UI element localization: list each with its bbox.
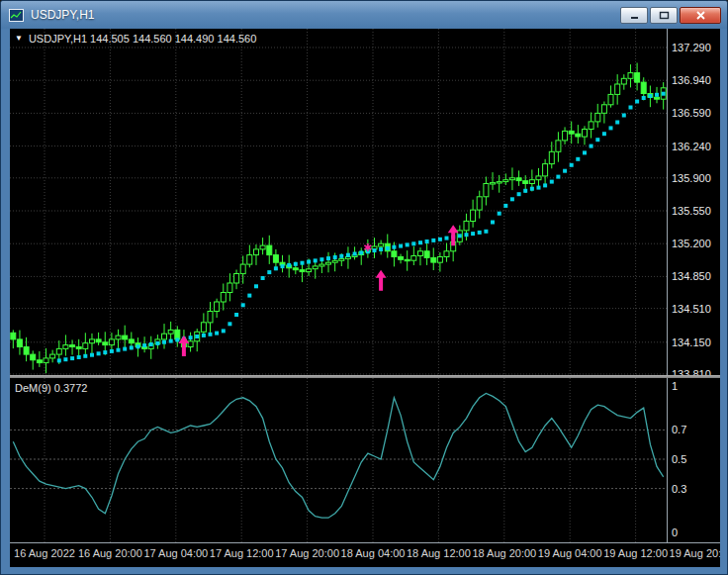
indicator-axis-label: 1 (672, 380, 678, 392)
time-axis-label: 18 Aug 20:00 (472, 547, 536, 559)
time-axis-label: 17 Aug 20:00 (275, 547, 339, 559)
price-axis-label: 135.550 (672, 205, 711, 217)
ohlc-label: USDJPY,H1 144.505 144.560 144.490 144.56… (29, 33, 256, 45)
indicator-axis-label: 0.7 (672, 424, 686, 435)
maximize-icon (659, 11, 670, 20)
price-axis-label: 136.590 (672, 107, 711, 119)
time-axis-label: 16 Aug 2022 (14, 547, 75, 559)
window-controls (620, 7, 721, 24)
time-axis[interactable]: 16 Aug 202216 Aug 20:0017 Aug 04:0017 Au… (10, 542, 720, 567)
price-axis-label: 133.810 (672, 368, 711, 375)
window-title: USDJPY,H1 (31, 8, 94, 22)
demarker-plot (10, 378, 667, 542)
time-axis-label: 17 Aug 12:00 (210, 547, 274, 559)
maximize-button[interactable] (650, 7, 678, 24)
chart-window-icon (9, 8, 25, 22)
minimize-button[interactable] (620, 7, 648, 24)
chart-grid: ▼ USDJPY,H1 144.505 144.560 144.490 144.… (10, 29, 720, 567)
title-bar[interactable]: USDJPY,H1 (1, 1, 727, 29)
close-icon (695, 11, 706, 20)
price-axis-label: 135.900 (672, 172, 711, 184)
indicator-header-overlay: DeM(9) 0.3772 (15, 382, 87, 394)
price-axis-label: 137.290 (672, 42, 711, 53)
time-axis-label: 19 Aug 04:00 (538, 547, 602, 559)
indicator-axis-label: 0 (672, 527, 678, 538)
price-axis-label: 134.850 (672, 270, 711, 282)
indicator-axis-label: 0.3 (672, 483, 686, 495)
close-button[interactable] (680, 7, 721, 24)
price-chart-pane[interactable]: ▼ USDJPY,H1 144.505 144.560 144.490 144.… (10, 29, 667, 375)
candlestick-plot (10, 29, 667, 375)
price-axis-label: 134.510 (672, 303, 711, 315)
price-axis-label: 136.240 (672, 141, 711, 152)
mt4-chart-window: USDJPY,H1 ▼ USDJPY,H1 144.505 144.560 14… (0, 0, 728, 575)
symbol-dropdown-toggle[interactable]: ▼ (15, 35, 23, 43)
price-axis-label: 136.940 (672, 74, 711, 86)
indicator-axis-label: 0.5 (672, 453, 686, 465)
chart-client-area: ▼ USDJPY,H1 144.505 144.560 144.490 144.… (10, 29, 718, 567)
demarker-indicator-pane[interactable]: DeM(9) 0.3772 (10, 378, 667, 542)
price-axis-label: 135.200 (672, 238, 711, 249)
time-axis-label: 19 Aug 12:00 (603, 547, 668, 559)
time-axis-label: 19 Aug 20:00 (670, 547, 720, 559)
price-axis[interactable]: 137.290136.940136.590136.240135.900135.5… (667, 29, 720, 375)
time-axis-label: 16 Aug 20:00 (78, 547, 142, 559)
time-axis-label: 17 Aug 04:00 (143, 547, 208, 559)
minimize-icon (629, 11, 640, 20)
price-axis-label: 134.150 (672, 336, 711, 348)
time-axis-label: 18 Aug 04:00 (341, 547, 406, 559)
indicator-label: DeM(9) 0.3772 (15, 382, 87, 394)
time-axis-label: 18 Aug 12:00 (407, 547, 471, 559)
chart-header-overlay: ▼ USDJPY,H1 144.505 144.560 144.490 144.… (15, 33, 256, 45)
indicator-axis[interactable]: 10.70.50.30 (667, 378, 720, 542)
